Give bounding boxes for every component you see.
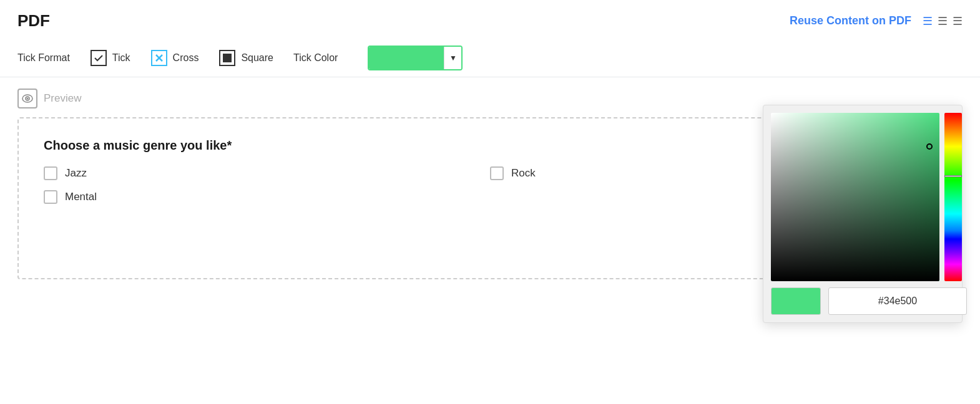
tick-checkbox-icon	[91, 50, 107, 66]
page-title: PDF	[17, 11, 50, 31]
align-right-icon[interactable]: ☰	[953, 14, 963, 28]
eye-svg	[22, 94, 33, 103]
header: PDF Reuse Content on PDF ☰ ☰ ☰	[0, 0, 980, 39]
format-option-cross[interactable]: Cross	[150, 49, 199, 67]
jazz-label: Jazz	[65, 167, 87, 180]
cross-label: Cross	[173, 52, 199, 64]
preview-label: Preview	[44, 92, 81, 105]
rock-checkbox[interactable]	[490, 166, 504, 180]
square-checkbox-icon	[219, 50, 235, 66]
gradient-dark-layer	[771, 113, 939, 281]
mental-checkbox[interactable]	[44, 190, 57, 204]
gradient-background	[771, 113, 939, 281]
tick-color-label: Tick Color	[293, 52, 338, 64]
preview-eye-icon	[17, 89, 37, 108]
dropdown-arrow-icon[interactable]: ▼	[444, 47, 461, 69]
align-icons-group: ☰ ☰ ☰	[923, 14, 963, 28]
main-container: PDF Reuse Content on PDF ☰ ☰ ☰ Tick Form…	[0, 0, 980, 404]
header-right: Reuse Content on PDF ☰ ☰ ☰	[790, 14, 963, 28]
square-inner	[223, 54, 232, 62]
tick-option-icon	[90, 49, 107, 67]
option-mental: Mental	[44, 190, 490, 204]
format-option-square[interactable]: Square	[218, 49, 273, 67]
square-option-icon	[218, 49, 236, 67]
checkmark-svg	[94, 53, 104, 63]
format-option-tick[interactable]: Tick	[90, 49, 130, 67]
jazz-checkbox[interactable]	[44, 166, 57, 180]
cross-svg	[154, 53, 164, 63]
align-left-icon[interactable]: ☰	[923, 14, 933, 28]
align-center-icon[interactable]: ☰	[938, 14, 948, 28]
hue-slider-handle	[944, 175, 962, 177]
tick-color-dropdown[interactable]: ▼	[368, 46, 463, 70]
toolbar-row: Tick Format Tick	[0, 39, 980, 77]
rock-label: Rock	[511, 167, 536, 180]
tick-format-label: Tick Format	[17, 52, 70, 64]
color-picker-popup[interactable]	[763, 105, 963, 323]
svg-point-4	[27, 98, 29, 100]
format-options: Tick Cross	[90, 46, 963, 70]
square-label: Square	[241, 52, 273, 64]
picker-top	[771, 113, 954, 281]
cross-checkbox-icon	[151, 50, 167, 66]
picker-bottom	[771, 287, 954, 315]
tick-label: Tick	[112, 52, 130, 64]
hue-slider[interactable]	[944, 113, 962, 281]
option-jazz: Jazz	[44, 166, 490, 180]
color-swatch	[369, 47, 444, 69]
cross-option-icon	[150, 49, 168, 67]
color-preview-swatch	[771, 287, 821, 315]
reuse-content-link[interactable]: Reuse Content on PDF	[790, 14, 911, 27]
mental-label: Mental	[65, 191, 97, 203]
color-gradient-canvas[interactable]	[771, 113, 939, 281]
hex-input[interactable]	[828, 287, 967, 315]
picker-cursor[interactable]	[926, 143, 933, 150]
